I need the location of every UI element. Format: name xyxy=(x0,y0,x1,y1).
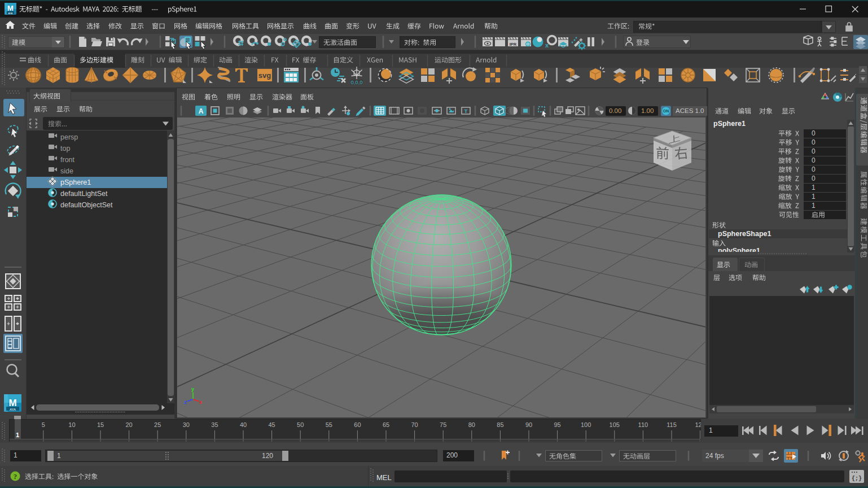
svg-text:?: ? xyxy=(14,472,17,481)
svg-text:svg: svg xyxy=(258,71,271,80)
svg-text:AYA: AYA xyxy=(10,408,16,411)
svg-text:T: T xyxy=(464,108,468,114)
svg-text:IPR: IPR xyxy=(510,42,517,47)
svg-text:AYA: AYA xyxy=(8,12,13,15)
svg-text:ON: ON xyxy=(663,109,669,113)
svg-text:0,0,0: 0,0,0 xyxy=(350,79,362,85)
svg-text:x: x xyxy=(545,42,549,49)
svg-text:{;}: {;} xyxy=(852,476,862,482)
svg-text:A: A xyxy=(199,107,204,115)
